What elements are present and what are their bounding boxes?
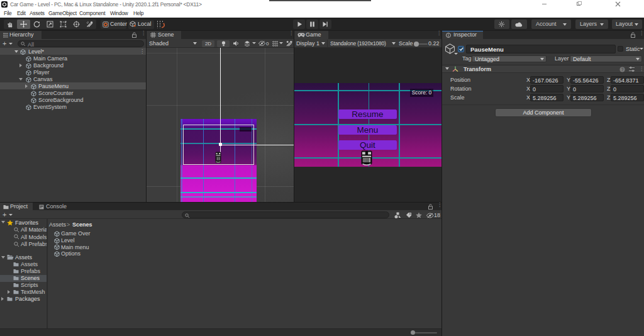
svg-text:?: ? bbox=[621, 67, 624, 71]
